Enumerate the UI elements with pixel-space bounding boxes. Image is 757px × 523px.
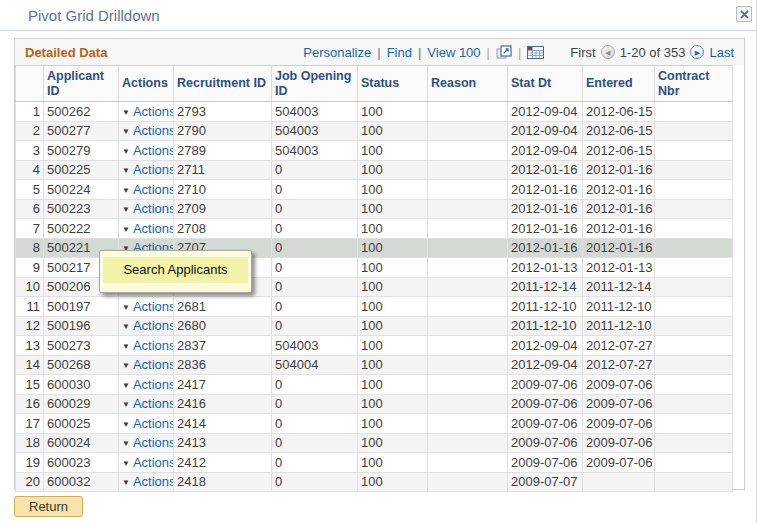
col-header-entered: Entered: [583, 66, 655, 102]
cell-status: 100: [358, 453, 428, 473]
cell-stat-dt: 2011-12-14: [508, 277, 583, 297]
actions-link[interactable]: Actions: [133, 357, 174, 372]
actions-link[interactable]: Actions: [133, 474, 174, 489]
separator: |: [487, 45, 490, 60]
cell-applicant-id: 500196: [44, 316, 119, 336]
cell-status: 100: [358, 121, 428, 141]
cell-applicant-id: 500225: [44, 160, 119, 180]
actions-link[interactable]: Actions: [133, 338, 174, 353]
actions-menu-button[interactable]: ▼Actions: [119, 355, 174, 375]
actions-menu-button[interactable]: ▼Actions: [119, 199, 174, 219]
chevron-down-icon: ▼: [122, 108, 130, 117]
cell-status: 100: [358, 433, 428, 453]
actions-menu-button[interactable]: ▼Actions: [119, 102, 174, 122]
view-100-link[interactable]: View 100: [427, 45, 480, 60]
cell-status: 100: [358, 414, 428, 434]
table-row: 14 500268 ▼Actions 2836 504004 100 2012-…: [16, 355, 733, 375]
actions-link[interactable]: Actions: [133, 162, 174, 177]
cell-entered: 2012-06-15: [583, 102, 655, 122]
chevron-down-icon: ▼: [122, 478, 130, 487]
row-number: 7: [16, 219, 44, 239]
actions-menu-button[interactable]: ▼Actions: [119, 297, 174, 317]
row-number: 15: [16, 375, 44, 395]
grid-toolbar: Detailed Data Personalize | Find | View …: [15, 39, 744, 65]
cell-job-opening-id: 0: [272, 472, 358, 492]
cell-recruitment-id: 2793: [174, 102, 272, 122]
cell-contract-nbr: [655, 336, 733, 356]
cell-reason: [428, 180, 508, 200]
close-icon[interactable]: [736, 6, 752, 22]
row-number: 20: [16, 472, 44, 492]
chevron-down-icon: ▼: [122, 166, 130, 175]
menu-item-search-applicants[interactable]: Search Applicants: [103, 257, 248, 283]
actions-menu-button[interactable]: ▼Actions: [119, 394, 174, 414]
cell-stat-dt: 2012-01-16: [508, 219, 583, 239]
actions-link[interactable]: Actions: [133, 221, 174, 236]
pager-last-link[interactable]: Last: [709, 45, 734, 60]
actions-menu-button[interactable]: ▼Actions: [119, 433, 174, 453]
actions-link[interactable]: Actions: [133, 104, 174, 119]
actions-link[interactable]: Actions: [133, 318, 174, 333]
col-header-job-opening-id: Job Opening ID: [272, 66, 358, 102]
actions-link[interactable]: Actions: [133, 123, 174, 138]
actions-menu-button[interactable]: ▼Actions: [119, 160, 174, 180]
actions-menu-button[interactable]: ▼Actions: [119, 141, 174, 161]
chevron-down-icon: ▼: [122, 342, 130, 351]
cell-stat-dt: 2012-01-13: [508, 258, 583, 278]
actions-menu-button[interactable]: ▼Actions: [119, 414, 174, 434]
actions-menu-button[interactable]: ▼Actions: [119, 453, 174, 473]
next-page-icon[interactable]: ▶: [690, 45, 704, 59]
row-number: 6: [16, 199, 44, 219]
cell-entered: 2009-07-06: [583, 414, 655, 434]
cell-contract-nbr: [655, 160, 733, 180]
popout-window-icon[interactable]: [496, 45, 512, 59]
separator: |: [518, 45, 521, 60]
actions-menu-button[interactable]: ▼Actions: [119, 219, 174, 239]
actions-link[interactable]: Actions: [133, 377, 174, 392]
cell-reason: [428, 199, 508, 219]
table-row: 17 600025 ▼Actions 2414 0 100 2009-07-06…: [16, 414, 733, 434]
pagination-bar: First ◀ 1-20 of 353 ▶ Last: [570, 45, 736, 60]
actions-link[interactable]: Actions: [133, 143, 174, 158]
actions-link[interactable]: Actions: [133, 201, 174, 216]
return-button[interactable]: Return: [14, 496, 83, 517]
toolbar-links: Personalize | Find | View 100 | |: [303, 45, 544, 60]
actions-menu-button[interactable]: ▼Actions: [119, 180, 174, 200]
cell-job-opening-id: 504003: [272, 121, 358, 141]
actions-menu-button[interactable]: ▼Actions: [119, 316, 174, 336]
cell-reason: [428, 433, 508, 453]
table-row: 12 500196 ▼Actions 2680 0 100 2011-12-10…: [16, 316, 733, 336]
actions-link[interactable]: Actions: [133, 455, 174, 470]
actions-menu-button[interactable]: ▼Actions: [119, 121, 174, 141]
table-row: 4 500225 ▼Actions 2711 0 100 2012-01-16 …: [16, 160, 733, 180]
cell-contract-nbr: [655, 316, 733, 336]
cell-entered: 2009-07-06: [583, 453, 655, 473]
cell-job-opening-id: 0: [272, 375, 358, 395]
cell-status: 100: [358, 375, 428, 395]
actions-menu-button[interactable]: ▼Actions: [119, 375, 174, 395]
download-grid-icon[interactable]: [527, 45, 544, 59]
actions-menu-button[interactable]: ▼Actions: [119, 472, 174, 492]
actions-link[interactable]: Actions: [133, 182, 174, 197]
cell-job-opening-id: 0: [272, 433, 358, 453]
cell-recruitment-id: 2414: [174, 414, 272, 434]
personalize-link[interactable]: Personalize: [303, 45, 371, 60]
cell-stat-dt: 2009-07-06: [508, 453, 583, 473]
actions-link[interactable]: Actions: [133, 396, 174, 411]
cell-stat-dt: 2009-07-06: [508, 414, 583, 434]
cell-status: 100: [358, 160, 428, 180]
cell-entered: 2011-12-10: [583, 316, 655, 336]
actions-link[interactable]: Actions: [133, 416, 174, 431]
cell-recruitment-id: 2412: [174, 453, 272, 473]
actions-link[interactable]: Actions: [133, 435, 174, 450]
cell-applicant-id: 500273: [44, 336, 119, 356]
row-number: 19: [16, 453, 44, 473]
actions-menu-button[interactable]: ▼Actions: [119, 336, 174, 356]
cell-reason: [428, 472, 508, 492]
cell-entered: 2011-12-14: [583, 277, 655, 297]
actions-link[interactable]: Actions: [133, 299, 174, 314]
find-link[interactable]: Find: [387, 45, 412, 60]
cell-status: 100: [358, 102, 428, 122]
cell-applicant-id: 500268: [44, 355, 119, 375]
cell-job-opening-id: 0: [272, 453, 358, 473]
